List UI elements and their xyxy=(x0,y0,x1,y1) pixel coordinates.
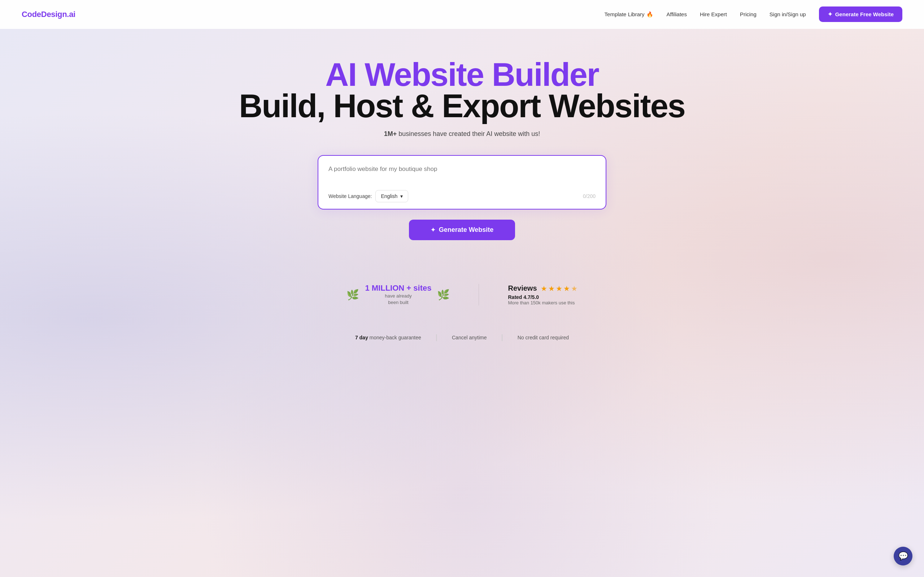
nav-item-template[interactable]: Template Library 🔥 xyxy=(604,11,654,18)
template-library-label: Template Library xyxy=(604,11,645,17)
fire-icon: 🔥 xyxy=(646,11,653,18)
reviews-title-row: Reviews ★ ★ ★ ★ ★ xyxy=(508,284,577,293)
million-sub2: been built xyxy=(388,300,408,305)
reviews-section: Reviews ★ ★ ★ ★ ★ Rated 4.7/5.0 More tha… xyxy=(508,284,577,305)
million-sub1: have already xyxy=(385,293,412,298)
laurel-right-icon: 🌿 xyxy=(437,289,450,301)
guarantee-row: 7 day money-back guarantee | Cancel anyt… xyxy=(0,327,924,350)
guarantee-text-1: money-back guarantee xyxy=(370,335,421,340)
generate-sparkle-icon: ✦ xyxy=(431,226,435,233)
prompt-input-container: Website Language: English ▾ 0/200 xyxy=(318,155,606,210)
nav-item-cta[interactable]: ✦ Generate Free Website xyxy=(819,6,902,22)
laurel-left-icon: 🌿 xyxy=(347,289,359,301)
char-counter: 0/200 xyxy=(583,193,596,199)
chat-icon: 💬 xyxy=(898,551,908,561)
logo-suffix: .ai xyxy=(67,10,76,19)
million-subtitle: have already been built xyxy=(365,293,431,306)
guarantee-item-2: Cancel anytime xyxy=(438,335,501,340)
hero-title-main: Build, Host & Export Websites xyxy=(239,89,685,123)
generate-button-label: Generate Website xyxy=(439,226,494,234)
generate-website-button[interactable]: ✦ Generate Website xyxy=(409,220,515,240)
stats-divider xyxy=(478,284,479,305)
website-prompt-input[interactable] xyxy=(328,164,596,183)
affiliates-link[interactable]: Affiliates xyxy=(666,11,687,17)
hero-subtitle-text: businesses have created their AI website… xyxy=(397,130,540,137)
nav-item-hire[interactable]: Hire Expert xyxy=(700,11,727,18)
hire-expert-link[interactable]: Hire Expert xyxy=(700,11,727,17)
stats-row: 🌿 1 MILLION + sites have already been bu… xyxy=(0,284,924,327)
language-dropdown[interactable]: English ▾ xyxy=(375,190,408,202)
language-label: Website Language: xyxy=(328,193,372,199)
star-4: ★ xyxy=(564,284,570,293)
affiliates-label: Affiliates xyxy=(666,11,687,17)
nav-item-affiliates[interactable]: Affiliates xyxy=(666,11,687,18)
nav-links: Template Library 🔥 Affiliates Hire Exper… xyxy=(604,6,902,22)
sparkle-icon: ✦ xyxy=(828,11,832,18)
chevron-down-icon: ▾ xyxy=(400,193,403,199)
rating-subtitle: More than 150k makers use this xyxy=(508,300,577,305)
language-selector: Website Language: English ▾ xyxy=(328,190,408,202)
star-3: ★ xyxy=(556,284,562,293)
million-text-block: 1 MILLION + sites have already been buil… xyxy=(365,284,431,306)
star-2: ★ xyxy=(548,284,555,293)
star-1: ★ xyxy=(541,284,547,293)
hero-section: AI Website Builder Build, Host & Export … xyxy=(0,29,924,262)
million-label: sites xyxy=(413,284,431,292)
million-number: 1 MILLION + sites xyxy=(365,284,431,293)
nav-item-signin[interactable]: Sign in/Sign up xyxy=(769,11,806,18)
nav-generate-label: Generate Free Website xyxy=(835,11,894,17)
hire-expert-label: Hire Expert xyxy=(700,11,727,17)
nav-item-pricing[interactable]: Pricing xyxy=(740,11,756,18)
input-bottom-row: Website Language: English ▾ 0/200 xyxy=(328,190,596,202)
million-number-text: 1 MILLION xyxy=(365,284,404,292)
guarantee-bold-1: 7 day xyxy=(355,335,368,340)
rating-text: Rated 4.7/5.0 xyxy=(508,294,577,300)
page-wrapper: AI Website Builder Build, Host & Export … xyxy=(0,29,924,577)
star-5-half: ★ xyxy=(571,284,577,293)
signin-label: Sign in/Sign up xyxy=(769,11,806,17)
chat-button[interactable]: 💬 xyxy=(894,547,913,566)
navbar: CodeDesign.ai Template Library 🔥 Affilia… xyxy=(0,0,924,29)
language-value: English xyxy=(381,193,397,199)
logo-prefix: CodeDesign xyxy=(22,10,67,19)
signin-link[interactable]: Sign in/Sign up xyxy=(769,11,806,17)
million-stat: 🌿 1 MILLION + sites have already been bu… xyxy=(347,284,450,306)
star-rating: ★ ★ ★ ★ ★ xyxy=(541,284,577,293)
logo[interactable]: CodeDesign.ai xyxy=(22,10,76,19)
hero-subtitle-bold: 1M+ xyxy=(384,130,397,137)
pricing-label: Pricing xyxy=(740,11,756,17)
hero-title-ai: AI Website Builder xyxy=(325,58,598,92)
hero-subtitle: 1M+ businesses have created their AI web… xyxy=(384,130,540,138)
template-library-link[interactable]: Template Library 🔥 xyxy=(604,11,654,18)
reviews-label: Reviews xyxy=(508,284,537,292)
nav-generate-button[interactable]: ✦ Generate Free Website xyxy=(819,6,902,22)
guarantee-item-1: 7 day money-back guarantee xyxy=(341,335,436,340)
pricing-link[interactable]: Pricing xyxy=(740,11,756,17)
guarantee-item-3: No credit card required xyxy=(503,335,583,340)
million-plus-sign: + xyxy=(406,284,411,292)
